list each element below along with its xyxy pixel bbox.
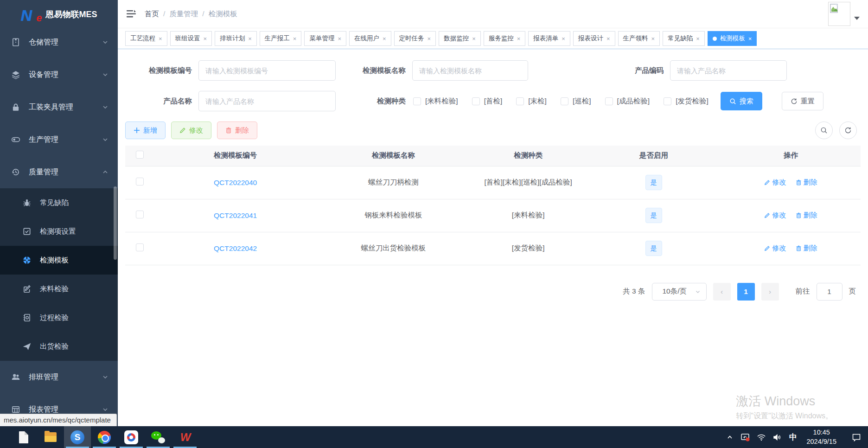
tab-data-monitor[interactable]: 数据监控× <box>439 31 481 46</box>
tab-team-settings[interactable]: 班组设置× <box>170 31 212 46</box>
action-center-icon[interactable] <box>849 426 863 448</box>
tab-production-picking[interactable]: 生产领料× <box>618 31 660 46</box>
checkbox-icon[interactable] <box>472 97 480 105</box>
add-button[interactable]: 新增 <box>125 122 166 139</box>
wechat-taskbar-icon[interactable] <box>145 426 172 448</box>
sogou-browser-taskbar-icon[interactable]: S <box>64 426 91 448</box>
sidebar-item-warehouse[interactable]: 仓储管理 <box>0 26 118 58</box>
checkbox-first[interactable]: [首检] <box>472 96 503 106</box>
tab-menu-management[interactable]: 菜单管理× <box>304 31 346 46</box>
template-code-link[interactable]: QCT2022040 <box>214 179 257 186</box>
notepad-taskbar-icon[interactable] <box>10 426 37 448</box>
close-icon[interactable]: × <box>696 35 700 42</box>
tab-service-monitor[interactable]: 服务监控× <box>484 31 526 46</box>
checkbox-shipment[interactable]: [发货检验] <box>664 96 708 106</box>
tray-volume-icon[interactable] <box>770 426 784 448</box>
tray-ime-indicator[interactable]: 中 <box>786 426 800 448</box>
sidebar-item-equipment[interactable]: 设备管理 <box>0 58 118 91</box>
sidebar-item-production[interactable]: 生产管理 <box>0 123 118 156</box>
sidebar-item-shipment-inspection[interactable]: 出货检验 <box>0 332 118 361</box>
close-icon[interactable]: × <box>159 35 162 42</box>
template-code-input[interactable] <box>198 60 336 81</box>
template-code-link[interactable]: QCT2022042 <box>214 244 257 252</box>
toggle-search-button[interactable] <box>815 122 833 139</box>
row-delete-link[interactable]: 删除 <box>796 244 817 253</box>
tab-report-design[interactable]: 报表设计× <box>573 31 615 46</box>
next-page-button[interactable]: › <box>761 283 779 301</box>
reset-button[interactable]: 重置 <box>782 92 823 110</box>
page-size-select[interactable]: 10条/页 <box>652 283 707 301</box>
close-icon[interactable]: × <box>383 35 386 42</box>
select-all-checkbox[interactable] <box>136 151 144 159</box>
row-delete-link[interactable]: 删除 <box>796 211 817 220</box>
row-checkbox[interactable] <box>136 178 144 186</box>
tab-report-list[interactable]: 报表清单× <box>528 31 570 46</box>
tray-cast-icon[interactable] <box>739 426 753 448</box>
search-button[interactable]: 搜索 <box>721 92 762 110</box>
product-name-input[interactable] <box>198 91 336 111</box>
delete-button[interactable]: 删除 <box>217 122 257 139</box>
current-page-button[interactable]: 1 <box>737 283 755 301</box>
row-checkbox[interactable] <box>136 243 144 251</box>
wps-taskbar-icon[interactable]: W <box>172 426 198 448</box>
checkbox-incoming[interactable]: [来料检验] <box>413 96 458 106</box>
tab-production-report[interactable]: 生产报工× <box>260 31 302 46</box>
file-explorer-taskbar-icon[interactable] <box>37 426 64 448</box>
close-icon[interactable]: × <box>472 35 476 42</box>
close-icon[interactable]: × <box>204 35 207 42</box>
tab-scheduled-tasks[interactable]: 定时任务× <box>394 31 436 46</box>
template-code-link[interactable]: QCT2022041 <box>214 211 257 219</box>
tab-common-defects[interactable]: 常见缺陷× <box>663 31 705 46</box>
sidebar-item-shift-management[interactable]: 排班管理 <box>0 361 118 393</box>
tray-chevron-up-icon[interactable] <box>723 426 737 448</box>
checkbox-icon[interactable] <box>413 97 421 105</box>
checkbox-icon[interactable] <box>605 97 613 105</box>
checkbox-finished[interactable]: [成品检验] <box>605 96 650 106</box>
hamburger-icon[interactable] <box>126 9 136 19</box>
breadcrumb-home[interactable]: 首页 <box>145 9 159 19</box>
sidebar-item-incoming-inspection[interactable]: 来料检验 <box>0 275 118 303</box>
sidebar-item-common-defects[interactable]: 常见缺陷 <box>0 188 118 217</box>
row-delete-link[interactable]: 删除 <box>796 178 817 187</box>
checkbox-icon[interactable] <box>561 97 568 105</box>
checkbox-icon[interactable] <box>664 97 671 105</box>
close-icon[interactable]: × <box>293 35 297 42</box>
sidebar-scrollbar[interactable] <box>114 186 117 260</box>
avatar[interactable] <box>828 2 850 26</box>
goto-page-input[interactable] <box>817 283 842 301</box>
close-icon[interactable]: × <box>606 35 610 42</box>
prev-page-button[interactable]: ‹ <box>713 283 731 301</box>
row-checkbox[interactable] <box>136 211 144 218</box>
close-icon[interactable]: × <box>748 35 752 42</box>
tray-wifi-icon[interactable] <box>754 426 768 448</box>
close-icon[interactable]: × <box>562 35 565 42</box>
user-dropdown-caret-icon[interactable] <box>854 17 860 20</box>
checkbox-icon[interactable] <box>516 97 524 105</box>
sidebar-item-inspection-template[interactable]: 检测模板 <box>0 246 118 275</box>
sidebar-item-process-inspection[interactable]: 过程检验 <box>0 303 118 332</box>
close-icon[interactable]: × <box>338 35 341 42</box>
sidebar-item-inspection-settings[interactable]: 检测项设置 <box>0 217 118 246</box>
remote-app-taskbar-icon[interactable] <box>118 426 145 448</box>
edit-button[interactable]: 修改 <box>171 122 211 139</box>
close-icon[interactable]: × <box>248 35 252 42</box>
close-icon[interactable]: × <box>517 35 521 42</box>
tab-inspection-template[interactable]: 检测模板× <box>708 31 757 46</box>
sidebar-item-quality[interactable]: 质量管理 <box>0 156 118 188</box>
sidebar-item-tooling[interactable]: 工装夹具管理 <box>0 91 118 123</box>
template-name-input[interactable] <box>412 60 528 81</box>
chrome-taskbar-icon[interactable] <box>91 426 118 448</box>
close-icon[interactable]: × <box>428 35 431 42</box>
refresh-table-button[interactable] <box>839 122 857 139</box>
close-icon[interactable]: × <box>651 35 655 42</box>
tab-online-users[interactable]: 在线用户× <box>349 31 391 46</box>
product-code-input[interactable] <box>670 60 787 81</box>
row-edit-link[interactable]: 修改 <box>764 244 786 253</box>
row-edit-link[interactable]: 修改 <box>764 211 786 220</box>
checkbox-patrol[interactable]: [巡检] <box>561 96 591 106</box>
checkbox-last[interactable]: [末检] <box>516 96 547 106</box>
tab-shift-plan[interactable]: 排班计划× <box>215 31 257 46</box>
row-edit-link[interactable]: 修改 <box>764 178 786 187</box>
tray-clock[interactable]: 10:45 2024/9/15 <box>802 428 841 446</box>
tab-process-flow[interactable]: 工艺流程× <box>125 31 167 46</box>
